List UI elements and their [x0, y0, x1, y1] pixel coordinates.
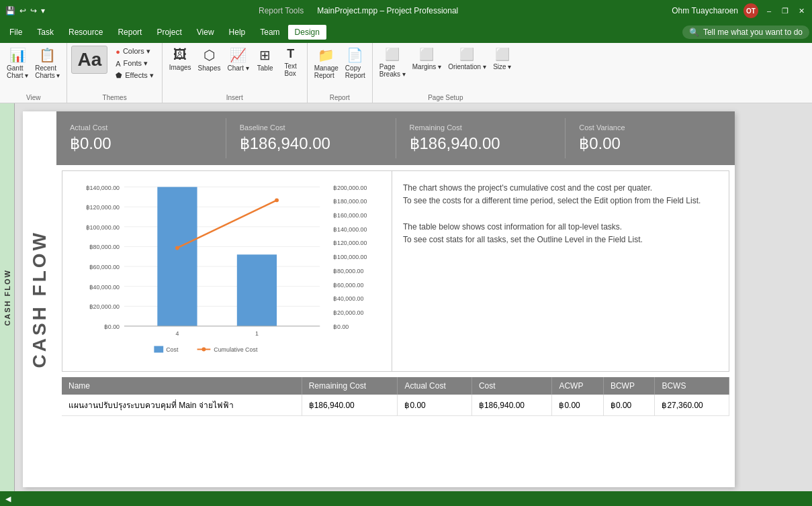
manage-report-button[interactable]: 📁 ManageReport — [312, 46, 341, 81]
actual-cost-label: Actual Cost — [70, 123, 212, 132]
orientation-button[interactable]: ⬜ Orientation ▾ — [445, 46, 489, 72]
cost-variance-label: Cost Variance — [579, 123, 721, 132]
undo-icon[interactable]: ↩ — [19, 6, 26, 15]
save-icon[interactable]: 💾 — [5, 6, 15, 15]
remaining-cost-label: Remaining Cost — [410, 123, 552, 132]
svg-text:฿0.00: ฿0.00 — [104, 323, 120, 330]
report-content: Actual Cost ฿0.00 Baseline Cost ฿186,940… — [56, 111, 735, 416]
col-bcws: BCWS — [655, 377, 729, 395]
ribbon-group-view: 📊 GanttChart ▾ 📋 RecentCharts ▾ View — [0, 43, 67, 103]
themes-large-button[interactable]: Aa — [71, 46, 107, 74]
images-icon: 🖼 — [173, 47, 187, 62]
chart-icon: 📈 — [230, 47, 246, 63]
tell-me-box[interactable]: 🔍 Tell me what you want to do — [682, 26, 809, 39]
effects-icon: ⬟ — [116, 71, 122, 80]
bar-4[interactable] — [157, 187, 197, 326]
colors-icon: ● — [116, 48, 120, 56]
data-table: Name Remaining Cost Actual Cost Cost ACW… — [62, 377, 729, 416]
svg-point-17 — [275, 198, 279, 202]
cost-summary: Actual Cost ฿0.00 Baseline Cost ฿186,940… — [56, 111, 735, 165]
svg-text:Cost: Cost — [166, 346, 179, 353]
chart-button[interactable]: 📈 Chart ▾ — [224, 46, 251, 73]
images-button[interactable]: 🖼 Images — [167, 46, 194, 72]
shapes-icon: ⬡ — [204, 47, 215, 63]
menu-design[interactable]: Design — [288, 25, 326, 40]
main-area: CASH FLOW CASH FLOW Actual Cost ฿0.00 Ba… — [0, 103, 812, 491]
bar-1[interactable] — [237, 254, 277, 326]
menu-help[interactable]: Help — [222, 25, 253, 40]
page-breaks-button[interactable]: ⬜ PageBreaks ▾ — [377, 46, 408, 79]
description-line4: The table below shows cost information f… — [403, 221, 718, 234]
colors-label: Colors ▾ — [123, 47, 150, 56]
manage-icon: 📁 — [318, 47, 334, 63]
table-button[interactable]: ⊞ Table — [253, 46, 277, 73]
copy-label: CopyReport — [345, 64, 365, 79]
scroll-left-arrow[interactable]: ◀ — [5, 495, 11, 503]
menu-file[interactable]: File — [3, 25, 29, 40]
title-bar-left: 💾 ↩ ↪ ▾ — [5, 6, 45, 15]
svg-text:4: 4 — [175, 330, 179, 337]
bar-chart-svg: ฿140,000.00 ฿120,000.00 ฿100,000.00 ฿80,… — [68, 176, 386, 366]
close-button[interactable]: ✕ — [796, 5, 807, 16]
actual-cost-value: ฿0.00 — [70, 134, 212, 153]
page-breaks-label: PageBreaks ▾ — [379, 63, 406, 78]
size-button[interactable]: ⬜ Size ▾ — [490, 46, 514, 72]
copy-report-button[interactable]: 📄 CopyReport — [343, 46, 368, 81]
description-line5: To see cost stats for all tasks, set the… — [403, 234, 718, 246]
menu-view[interactable]: View — [190, 25, 221, 40]
margins-label: Margins ▾ — [412, 63, 441, 70]
search-icon: 🔍 — [689, 28, 699, 37]
svg-text:฿60,000.00: ฿60,000.00 — [333, 282, 364, 289]
chart-description: The chart shows the project's cumulative… — [392, 171, 729, 371]
textbox-button[interactable]: T TextBox — [279, 46, 303, 79]
menu-task[interactable]: Task — [30, 25, 60, 40]
table-label: Table — [257, 64, 273, 72]
baseline-cost-item: Baseline Cost ฿186,940.00 — [226, 118, 396, 158]
gantt-chart-button[interactable]: 📊 GanttChart ▾ — [4, 46, 31, 81]
recent-charts-button[interactable]: 📋 RecentCharts ▾ — [32, 46, 62, 81]
svg-text:฿100,000.00: ฿100,000.00 — [86, 224, 120, 231]
svg-text:฿140,000.00: ฿140,000.00 — [86, 185, 120, 191]
svg-text:฿120,000.00: ฿120,000.00 — [333, 240, 367, 246]
col-actual: Actual Cost — [398, 377, 472, 395]
title-bar: 💾 ↩ ↪ ▾ Report Tools MainProject.mpp – P… — [0, 0, 812, 21]
svg-text:฿200,000.00: ฿200,000.00 — [333, 185, 367, 191]
insert-group-label: Insert — [163, 94, 307, 101]
svg-rect-32 — [154, 346, 163, 353]
view-group-label: View — [0, 94, 66, 101]
gantt-icon: 📊 — [9, 47, 26, 63]
table-row: แผนงานปรับปรุงระบบควบคุมที่ Main จ่ายไฟฟ… — [62, 395, 729, 416]
textbox-icon: T — [287, 47, 294, 61]
svg-text:฿80,000.00: ฿80,000.00 — [333, 268, 364, 274]
manage-label: ManageReport — [314, 64, 339, 79]
col-acwp: ACWP — [552, 377, 603, 395]
colors-button[interactable]: ● Colors ▾ — [111, 46, 154, 57]
user-avatar[interactable]: OT — [743, 3, 758, 18]
ribbon-group-report: 📁 ManageReport 📄 CopyReport Report — [308, 43, 373, 103]
table-area: Name Remaining Cost Actual Cost Cost ACW… — [62, 377, 729, 416]
redo-icon[interactable]: ↪ — [30, 6, 37, 15]
restore-button[interactable]: ❐ — [780, 5, 791, 16]
svg-text:฿180,000.00: ฿180,000.00 — [333, 198, 367, 205]
recent-label: RecentCharts ▾ — [35, 64, 60, 79]
menu-resource[interactable]: Resource — [62, 25, 109, 40]
svg-text:฿120,000.00: ฿120,000.00 — [86, 204, 120, 211]
margins-button[interactable]: ⬜ Margins ▾ — [410, 46, 444, 72]
menu-team[interactable]: Team — [253, 25, 286, 40]
page-breaks-icon: ⬜ — [385, 47, 400, 62]
report-tools-label: Report Tools — [259, 6, 304, 15]
orientation-label: Orientation ▾ — [448, 63, 486, 70]
svg-text:฿0.00: ฿0.00 — [333, 323, 349, 330]
effects-button[interactable]: ⬟ Effects ▾ — [111, 70, 157, 81]
fonts-button[interactable]: A Fonts ▾ — [111, 58, 152, 69]
cost-variance-value: ฿0.00 — [579, 134, 721, 153]
content-area[interactable]: CASH FLOW Actual Cost ฿0.00 Baseline Cos… — [15, 103, 812, 491]
shapes-button[interactable]: ⬡ Shapes — [195, 46, 224, 73]
menu-project[interactable]: Project — [150, 25, 188, 40]
row-bcws: ฿27,360.00 — [655, 395, 729, 416]
minimize-button[interactable]: – — [764, 5, 774, 16]
col-name: Name — [62, 377, 302, 395]
chart-area: ฿140,000.00 ฿120,000.00 ฿100,000.00 ฿80,… — [62, 170, 729, 372]
app-title: MainProject.mpp – Project Professional — [317, 6, 458, 15]
menu-report[interactable]: Report — [111, 25, 148, 40]
